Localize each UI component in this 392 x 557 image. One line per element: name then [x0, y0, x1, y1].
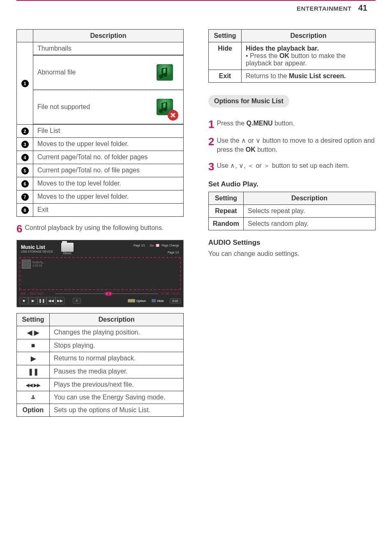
- music-thumbnail-error-icon: [150, 93, 179, 121]
- audio-settings-text: You can change audio settings.: [208, 250, 376, 258]
- folder-icon: [61, 243, 74, 252]
- file-not-supported-label: File not supported: [37, 103, 90, 111]
- badge-2: 2: [21, 128, 29, 135]
- down-arrow-icon-2: ∨: [239, 162, 244, 169]
- seek-icon: ◀ ▶: [27, 329, 39, 336]
- music-thumbnail-icon: [150, 58, 179, 87]
- t3-head-setting: Setting: [209, 30, 242, 42]
- opt-step-3: 3 Use ∧, ∨, ＜ or ＞ button to set up each…: [208, 161, 376, 172]
- play-button[interactable]: ▶: [28, 297, 37, 304]
- energy-icon: ꕊ: [31, 394, 35, 401]
- audio-settings-heading: AUDIO Settings: [208, 239, 376, 247]
- badge-1: 1: [21, 80, 29, 87]
- ss-page-right: Page 1/1: [134, 251, 179, 254]
- right-arrow-icon: ＞: [263, 162, 270, 169]
- badge-7: 7: [21, 193, 29, 201]
- t3-exit-label: Exit: [209, 70, 242, 83]
- sa-random: Random: [209, 217, 244, 230]
- option-button[interactable]: Option: [128, 299, 146, 303]
- pagechange-icon: ⬜: [155, 244, 160, 247]
- prev-button[interactable]: ◀◀: [46, 297, 55, 304]
- ss-page-change: Page Change: [161, 244, 179, 247]
- progress-bar[interactable]: [55, 292, 158, 295]
- badge-3: 3: [21, 141, 29, 148]
- stop-icon: ■: [31, 342, 35, 349]
- opt-step-3-text: Use ∧, ∨, ＜ or ＞ button to set up each i…: [217, 161, 349, 170]
- ss-drive: Drive1: [61, 252, 74, 255]
- ss-item-sub: 3:20:33: [32, 264, 45, 267]
- step-6-text: Control playback by using the following …: [25, 223, 164, 232]
- left-arrow-icon: ＜: [247, 162, 254, 169]
- next-button[interactable]: ▶▶: [55, 297, 65, 304]
- opt-step-2: 2 Use the ∧ or ∨ button to move to a des…: [208, 136, 376, 155]
- t3-hide-label: Hide: [209, 42, 242, 70]
- t2-r1: Changes the playing position.: [50, 326, 184, 339]
- section-name: ENTERTAINMENT: [297, 5, 352, 12]
- t3-head-desc: Description: [242, 30, 376, 42]
- hide-exit-table: SettingDescription Hide Hides the playba…: [208, 29, 376, 83]
- ss-go: Go: [150, 244, 154, 247]
- up-arrow-icon: ∧: [241, 137, 246, 144]
- hide-key-icon: [152, 299, 156, 302]
- set-audio-heading: Set Audio Play.: [208, 180, 376, 188]
- opt-step-1-num: 1: [208, 119, 214, 130]
- pause-button[interactable]: ❚❚: [37, 297, 46, 304]
- up-arrow-icon-2: ∧: [230, 162, 235, 169]
- badge-4: 4: [21, 154, 29, 161]
- t2-r5: Plays the previous/next file.: [50, 378, 184, 391]
- row-exit: Exit: [33, 204, 184, 217]
- opt-step-2-num: 2: [208, 136, 214, 147]
- ss-title: Music List: [21, 244, 58, 250]
- badge-6: 6: [21, 180, 29, 188]
- row-top-folder: Moves to the top level folder.: [33, 177, 184, 190]
- description-table-1: Description 1 Thumbnails Abnormal file F…: [16, 29, 184, 217]
- option-key-icon: [128, 299, 135, 302]
- sa-repeat: Repeat: [209, 204, 244, 217]
- pause-icon: ❚❚: [28, 368, 39, 375]
- playback-settings-table: SettingDescription ◀ ▶Changes the playin…: [16, 313, 184, 417]
- ss-subtitle: USB STORAGE DEVICE: [21, 250, 58, 253]
- step-6: 6 Control playback by using the followin…: [16, 223, 184, 234]
- time-current: 02:30: [161, 292, 169, 295]
- row-file-pages: Current page/Total no. of file pages: [33, 164, 184, 177]
- step-6-number: 6: [16, 223, 22, 234]
- svg-rect-0: [157, 64, 173, 81]
- opt-step-2-text: Use the ∧ or ∨ button to move to a desir…: [217, 136, 376, 155]
- time-total: / 03:25: [170, 292, 180, 295]
- badge-5: 5: [21, 167, 29, 174]
- ss-item-title: Butterfly...: [32, 261, 45, 264]
- row-upper-folder: Moves to the upper level folder.: [33, 138, 184, 151]
- progress-handle-icon[interactable]: [105, 292, 112, 296]
- abnormal-file-label: Abnormal file: [37, 69, 76, 76]
- options-heading: Options for Music List: [208, 95, 289, 107]
- opt-step-1-text: Press the Q.MENU button.: [217, 119, 294, 128]
- t3-hide-desc: Hides the playback bar. • Press the OK b…: [242, 42, 376, 70]
- t2-r3: Returns to normal playback.: [50, 352, 184, 365]
- exit-button[interactable]: Exit: [170, 298, 181, 304]
- table1-header: Description: [33, 30, 184, 42]
- t2-head-setting: Setting: [17, 313, 50, 326]
- t3-exit-desc: Returns to the Music List screen.: [242, 70, 376, 83]
- page-header: ENTERTAINMENT 41: [16, 3, 376, 13]
- row-upper-folder-2: Moves to the upper level folder.: [33, 190, 184, 204]
- row-filelist: File List: [33, 125, 184, 138]
- t2-r6: You can use the Energy Saving mode.: [50, 391, 184, 404]
- hide-button[interactable]: Hide: [152, 299, 164, 303]
- t2-r7: Sets up the options of Music List.: [50, 404, 184, 417]
- opt-step-3-num: 3: [208, 161, 214, 172]
- option-label: Option: [23, 406, 44, 413]
- ss-page-top: Page 1/1: [134, 244, 145, 247]
- row-folder-pages: Current page/Total no. of folder pages: [33, 151, 184, 164]
- badge-8: 8: [21, 207, 29, 214]
- stop-button[interactable]: ■: [19, 297, 28, 304]
- opt-step-1: 1 Press the Q.MENU button.: [208, 119, 376, 130]
- set-audio-table: SettingDescription RepeatSelects repeat …: [208, 192, 376, 230]
- error-x-icon: [168, 110, 178, 121]
- energy-button[interactable]: ꕊ: [73, 298, 81, 304]
- t2-r4: Pauses the media player.: [50, 365, 184, 378]
- sa-head-setting: Setting: [209, 192, 244, 204]
- prev-next-icon: ◀◀ ▶▶: [26, 383, 40, 388]
- music-player-screenshot: Music List USB STORAGE DEVICE Drive1 Pag…: [16, 240, 184, 307]
- track-icon: [22, 260, 31, 269]
- t2-head-desc: Description: [50, 313, 184, 326]
